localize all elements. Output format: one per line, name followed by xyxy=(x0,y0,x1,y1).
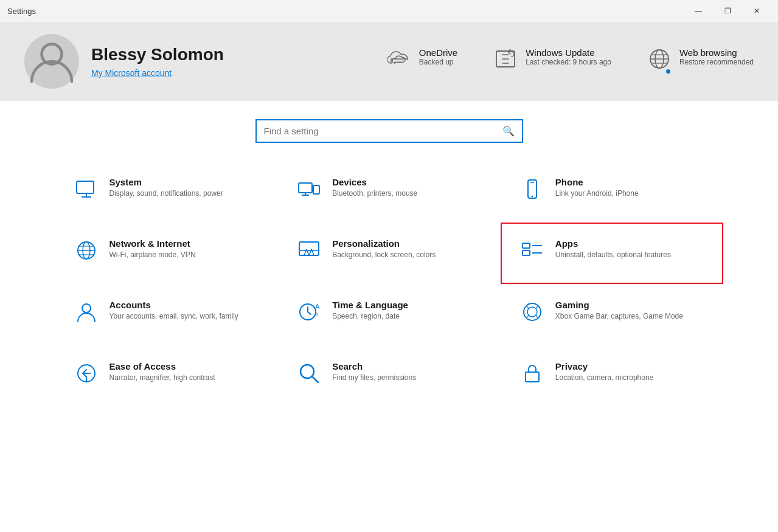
settings-desc-search: Find my files, permissions xyxy=(332,373,416,383)
user-info: Blessy Solomon My Microsoft account xyxy=(24,34,224,89)
settings-title-search: Search xyxy=(332,361,416,371)
status-item-web-browsing[interactable]: Web browsing Restore recommended xyxy=(648,47,754,75)
settings-title-privacy: Privacy xyxy=(555,361,653,371)
svg-line-34 xyxy=(535,315,538,317)
search-bar-wrapper: 🔍 xyxy=(255,119,523,143)
svg-text:a: a xyxy=(315,311,318,317)
onedrive-title: OneDrive xyxy=(419,47,457,58)
settings-item-time-language[interactable]: Aa Time & Language Speech, region, date xyxy=(277,284,501,345)
status-item-windows-update[interactable]: Windows Update Last checked: 9 hours ago xyxy=(494,47,611,75)
svg-rect-24 xyxy=(523,250,530,255)
settings-item-phone[interactable]: Phone Link your Android, iPhone xyxy=(501,161,724,223)
avatar xyxy=(24,34,79,89)
privacy-icon xyxy=(519,361,546,391)
settings-item-privacy[interactable]: Privacy Location, camera, microphone xyxy=(501,345,724,407)
svg-point-31 xyxy=(524,303,541,320)
maximize-button[interactable]: ❐ xyxy=(714,2,742,20)
windows-update-desc: Last checked: 9 hours ago xyxy=(526,58,611,66)
settings-desc-privacy: Location, camera, microphone xyxy=(555,373,653,383)
close-button[interactable]: ✕ xyxy=(743,2,771,20)
onedrive-status-text: OneDrive Backed up xyxy=(419,47,457,66)
settings-title-apps: Apps xyxy=(555,238,671,249)
settings-title-phone: Phone xyxy=(555,177,639,187)
settings-item-devices[interactable]: Devices Bluetooth, printers, mouse xyxy=(277,161,501,223)
microsoft-account-link[interactable]: My Microsoft account xyxy=(91,68,172,78)
svg-text:A: A xyxy=(315,303,320,310)
svg-rect-7 xyxy=(77,181,94,193)
settings-title-personalization: Personalization xyxy=(332,238,436,249)
settings-item-system[interactable]: System Display, sound, notifications, po… xyxy=(55,161,278,223)
window-controls: — ❐ ✕ xyxy=(684,2,771,20)
web-browsing-status-text: Web browsing Restore recommended xyxy=(679,47,754,66)
user-avatar-icon xyxy=(24,34,79,89)
svg-line-33 xyxy=(527,306,529,309)
settings-desc-ease-of-access: Narrator, magnifier, high contrast xyxy=(109,373,215,383)
search-icon xyxy=(296,361,322,391)
svg-line-39 xyxy=(312,376,318,382)
settings-desc-system: Display, sound, notifications, power xyxy=(109,188,223,199)
settings-title-system: System xyxy=(109,177,223,187)
windows-update-icon xyxy=(494,47,517,75)
ease-of-access-icon xyxy=(73,361,100,391)
web-browsing-icon xyxy=(648,47,671,75)
svg-rect-40 xyxy=(526,372,539,382)
settings-title-network: Network & Internet xyxy=(109,238,196,249)
settings-item-accounts[interactable]: Accounts Your accounts, email, sync, wor… xyxy=(55,284,278,345)
system-icon xyxy=(73,177,100,207)
settings-item-ease-of-access[interactable]: Ease of Access Narrator, magnifier, high… xyxy=(55,345,278,407)
settings-title-gaming: Gaming xyxy=(555,300,683,310)
settings-desc-devices: Bluetooth, printers, mouse xyxy=(332,188,417,199)
time-language-icon: Aa xyxy=(296,300,322,330)
minimize-button[interactable]: — xyxy=(684,2,712,20)
settings-title-devices: Devices xyxy=(332,177,417,187)
onedrive-icon xyxy=(387,47,411,75)
svg-point-27 xyxy=(82,304,91,313)
svg-rect-22 xyxy=(299,242,319,255)
svg-rect-10 xyxy=(299,183,312,193)
search-button[interactable]: 🔍 xyxy=(495,120,522,142)
settings-title-accounts: Accounts xyxy=(109,300,238,310)
settings-desc-accounts: Your accounts, email, sync, work, family xyxy=(109,311,238,322)
settings-item-search[interactable]: Search Find my files, permissions xyxy=(277,345,501,407)
search-input[interactable] xyxy=(257,121,495,141)
title-bar: Settings — ❐ ✕ xyxy=(0,0,778,22)
settings-desc-gaming: Xbox Game Bar, captures, Game Mode xyxy=(555,311,683,322)
header-section: Blessy Solomon My Microsoft account OneD… xyxy=(0,22,778,101)
settings-item-network[interactable]: Network & Internet Wi-Fi, airplane mode,… xyxy=(55,223,278,284)
svg-rect-11 xyxy=(313,185,319,194)
app-title: Settings xyxy=(7,7,36,16)
settings-item-personalization[interactable]: Personalization Background, lock screen,… xyxy=(277,223,501,284)
svg-line-35 xyxy=(535,306,538,309)
main-content: 🔍 System Display, sound, notifications, … xyxy=(0,101,778,532)
svg-line-36 xyxy=(527,315,529,317)
personalization-icon xyxy=(296,238,322,268)
status-item-onedrive[interactable]: OneDrive Backed up xyxy=(387,47,457,75)
settings-item-gaming[interactable]: Gaming Xbox Game Bar, captures, Game Mod… xyxy=(501,284,724,345)
web-browsing-dot xyxy=(665,68,672,75)
svg-rect-23 xyxy=(523,243,530,248)
user-name: Blessy Solomon xyxy=(91,45,224,64)
settings-item-apps[interactable]: Apps Uninstall, defaults, optional featu… xyxy=(501,223,724,284)
accounts-icon xyxy=(73,300,100,330)
settings-title-time-language: Time & Language xyxy=(332,300,408,310)
windows-update-title: Windows Update xyxy=(526,47,611,58)
search-bar: 🔍 xyxy=(255,119,523,143)
settings-desc-apps: Uninstall, defaults, optional features xyxy=(555,250,671,260)
windows-update-status-text: Windows Update Last checked: 9 hours ago xyxy=(526,47,611,66)
settings-grid: System Display, sound, notifications, po… xyxy=(55,161,724,407)
settings-desc-network: Wi-Fi, airplane mode, VPN xyxy=(109,250,196,260)
web-browsing-desc: Restore recommended xyxy=(679,58,754,66)
devices-icon xyxy=(296,177,322,207)
settings-desc-phone: Link your Android, iPhone xyxy=(555,188,639,199)
settings-desc-personalization: Background, lock screen, colors xyxy=(332,250,436,260)
network-icon xyxy=(73,238,100,268)
onedrive-desc: Backed up xyxy=(419,58,457,66)
settings-desc-time-language: Speech, region, date xyxy=(332,311,408,322)
status-items: OneDrive Backed up Windows Update Last c… xyxy=(387,47,754,75)
gaming-icon xyxy=(519,300,546,330)
phone-icon xyxy=(519,177,546,207)
web-browsing-title: Web browsing xyxy=(679,47,754,58)
apps-icon xyxy=(519,238,546,268)
user-details: Blessy Solomon My Microsoft account xyxy=(91,45,224,78)
svg-point-16 xyxy=(531,196,533,198)
